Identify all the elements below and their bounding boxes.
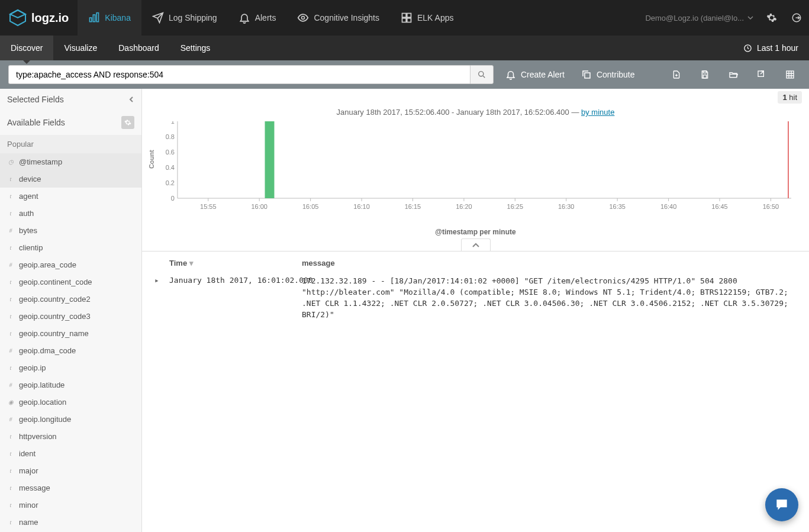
- field-geoip-area_code[interactable]: #geoip.area_code: [0, 256, 141, 273]
- search-box: [8, 65, 494, 84]
- time-picker[interactable]: Last 1 hour: [733, 36, 809, 60]
- share-icon[interactable]: [751, 67, 772, 82]
- tab-discover[interactable]: Discover: [0, 36, 53, 60]
- field-auth[interactable]: tauth: [0, 205, 141, 222]
- svg-text:16:45: 16:45: [711, 203, 727, 210]
- expand-row-button[interactable]: ▸: [148, 276, 166, 320]
- svg-text:0.6: 0.6: [166, 149, 175, 156]
- type-t-icon: t: [7, 485, 14, 491]
- field-geoip-ip[interactable]: tgeoip.ip: [0, 359, 141, 376]
- collapse-chart-button[interactable]: [461, 238, 491, 251]
- nav-alerts[interactable]: Alerts: [228, 0, 287, 36]
- selected-fields-heading: Selected Fields: [7, 95, 64, 104]
- field--timestamp[interactable]: ◷@timestamp: [0, 153, 141, 170]
- nav-cognitive-insights[interactable]: Cognitive Insights: [286, 0, 390, 36]
- hits-label: hit: [789, 93, 797, 102]
- svg-text:16:10: 16:10: [353, 203, 369, 210]
- svg-text:16:00: 16:00: [252, 203, 267, 210]
- type-t-icon: t: [7, 502, 14, 508]
- type-hash-icon: #: [7, 227, 14, 234]
- svg-rect-7: [407, 14, 411, 18]
- type-t-icon: t: [7, 365, 14, 371]
- type-t-icon: t: [7, 467, 14, 474]
- histogram-chart[interactable]: 00.20.40.60.81 15:5516:0016:0516:1016:15…: [166, 121, 791, 222]
- brand-logo[interactable]: logz.io: [0, 9, 78, 27]
- field-minor[interactable]: tminor: [0, 496, 141, 514]
- nav-kibana[interactable]: Kibana: [78, 0, 141, 36]
- apps-icon: [401, 12, 412, 24]
- fields-settings-button[interactable]: [121, 116, 134, 129]
- type-t-icon: t: [7, 313, 14, 320]
- brand-text: logz.io: [31, 11, 69, 25]
- nav-log-shipping[interactable]: Log Shipping: [141, 0, 228, 36]
- svg-point-12: [479, 72, 484, 76]
- field-geoip-country_code3[interactable]: tgeoip.country_code3: [0, 308, 141, 325]
- available-fields-heading: Available Fields: [7, 118, 65, 127]
- open-icon[interactable]: [723, 67, 744, 82]
- tab-visualize[interactable]: Visualize: [53, 36, 108, 60]
- svg-text:0.8: 0.8: [166, 133, 175, 140]
- svg-rect-3: [94, 15, 95, 22]
- svg-text:16:35: 16:35: [609, 203, 625, 210]
- search-input[interactable]: [8, 65, 470, 84]
- x-axis-label: @timestamp per minute: [142, 228, 809, 238]
- field-geoip-country_code2[interactable]: tgeoip.country_code2: [0, 291, 141, 308]
- collapse-sidebar-button[interactable]: [128, 95, 134, 104]
- field-geoip-location[interactable]: ◉geoip.location: [0, 394, 141, 411]
- field-httpversion[interactable]: thttpversion: [0, 428, 141, 445]
- field-ident[interactable]: tident: [0, 445, 141, 462]
- field-geoip-latitude[interactable]: #geoip.latitude: [0, 376, 141, 394]
- nav-elk-apps[interactable]: ELK Apps: [390, 0, 465, 36]
- field-bytes[interactable]: #bytes: [0, 222, 141, 239]
- tab-dashboard[interactable]: Dashboard: [108, 36, 170, 60]
- svg-rect-8: [402, 18, 406, 22]
- field-device[interactable]: tdevice: [0, 170, 141, 188]
- field-geoip-longitude[interactable]: #geoip.longitude: [0, 411, 141, 428]
- svg-text:16:30: 16:30: [558, 203, 574, 210]
- search-button[interactable]: [470, 65, 494, 84]
- svg-text:16:15: 16:15: [405, 203, 421, 210]
- column-header-time[interactable]: Time▾: [166, 259, 302, 267]
- type-t-icon: t: [7, 176, 14, 182]
- caret-down-icon: [747, 15, 753, 21]
- chart-time-range: January 18th 2017, 15:52:06.400 - Januar…: [337, 108, 569, 117]
- svg-text:0: 0: [171, 195, 175, 202]
- svg-text:0.2: 0.2: [166, 179, 175, 186]
- copy-icon: [581, 69, 592, 80]
- svg-rect-4: [96, 13, 98, 22]
- chart-header: January 18th 2017, 15:52:06.400 - Januar…: [142, 105, 809, 121]
- column-header-message[interactable]: message: [302, 259, 803, 267]
- field-message[interactable]: tmessage: [0, 479, 141, 496]
- field-clientip[interactable]: tclientip: [0, 239, 141, 256]
- chart-interval-link[interactable]: by minute: [581, 108, 614, 117]
- new-icon[interactable]: [666, 67, 687, 82]
- contribute-button[interactable]: Contribute: [576, 66, 640, 83]
- field-geoip-country_name[interactable]: tgeoip.country_name: [0, 325, 141, 342]
- grid-icon[interactable]: [779, 67, 801, 82]
- results-table: Time▾ message ▸January 18th 2017, 16:01:…: [142, 251, 809, 324]
- table-row[interactable]: ▸January 18th 2017, 16:01:02.000172.132.…: [148, 272, 803, 324]
- logo-icon: [9, 9, 27, 27]
- field-name[interactable]: tname: [0, 514, 141, 531]
- chevron-left-icon: [128, 96, 134, 102]
- hits-count: 1: [782, 93, 787, 102]
- clock-icon: [743, 44, 752, 53]
- user-menu[interactable]: Demo@Logz.io (daniel@lo...: [639, 14, 759, 22]
- save-icon[interactable]: [694, 67, 715, 82]
- time-picker-label: Last 1 hour: [757, 43, 798, 53]
- logout-icon[interactable]: [784, 12, 809, 23]
- field-major[interactable]: tmajor: [0, 462, 141, 479]
- type-t-icon: t: [7, 296, 14, 302]
- settings-icon[interactable]: [759, 12, 784, 23]
- main: Selected Fields Available Fields Popular…: [0, 89, 809, 532]
- create-alert-button[interactable]: Create Alert: [501, 66, 569, 83]
- tab-settings[interactable]: Settings: [170, 36, 221, 60]
- field-geoip-dma_code[interactable]: #geoip.dma_code: [0, 342, 141, 359]
- chat-bubble[interactable]: [765, 488, 798, 521]
- field-agent[interactable]: tagent: [0, 188, 141, 205]
- type-t-icon: t: [7, 193, 14, 199]
- svg-marker-1: [10, 10, 25, 18]
- eye-icon: [297, 12, 309, 24]
- field-geoip-continent_code[interactable]: tgeoip.continent_code: [0, 273, 141, 291]
- chart-icon: [88, 12, 100, 24]
